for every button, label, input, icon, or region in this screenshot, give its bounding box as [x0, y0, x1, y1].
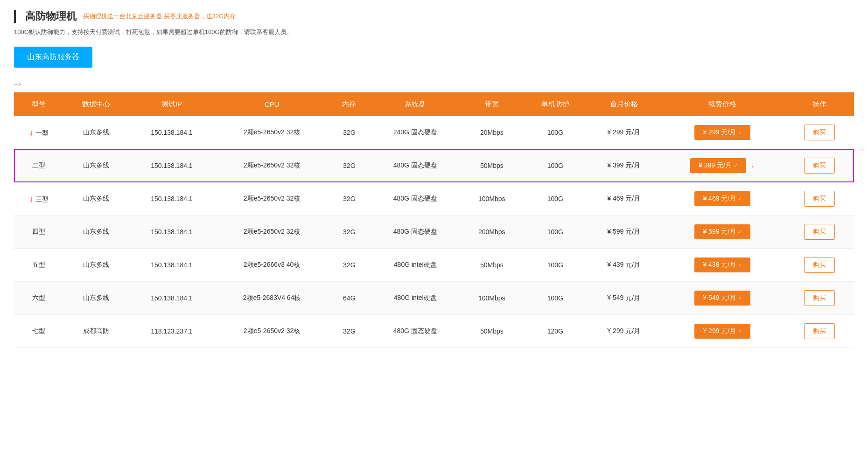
model-label: 五型 — [32, 261, 45, 268]
cell-datacenter: 山东多线 — [64, 249, 128, 282]
cell-testip: 150.138.184.1 — [128, 216, 216, 249]
cell-protection: 100G — [523, 249, 588, 282]
cell-action: 购买 — [785, 216, 854, 249]
arrow-right-icon: ↓ — [751, 160, 755, 169]
cell-protection: 100G — [523, 116, 588, 149]
cell-testip: 150.138.184.1 — [128, 182, 216, 216]
cell-first-price: ¥ 399 元/月 — [588, 149, 660, 182]
cell-action: 购买 — [785, 149, 854, 182]
col-header-action: 操作 — [785, 92, 854, 116]
cell-renew-price: ¥ 299 元/月 ✓ — [660, 315, 785, 348]
buy-button[interactable]: 购买 — [804, 257, 835, 273]
cell-disk: 480G 固态硬盘 — [370, 216, 461, 249]
cell-first-price: ¥ 299 元/月 — [588, 315, 660, 348]
col-header-cpu: CPU — [215, 92, 329, 116]
buy-button[interactable]: 购买 — [804, 125, 835, 140]
renew-price-button[interactable]: ¥ 439 元/月 ✓ — [694, 257, 750, 272]
buy-button[interactable]: 购买 — [804, 191, 835, 207]
cell-memory: 32G — [329, 216, 370, 249]
cell-action: 购买 — [785, 249, 854, 282]
cell-model: 四型 — [14, 216, 64, 249]
renew-price-button[interactable]: ¥ 399 元/月 ✓ — [690, 158, 746, 173]
cell-bandwidth: 50Mbps — [461, 149, 523, 182]
comment-line: --> — [14, 81, 854, 88]
model-label: 四型 — [32, 228, 45, 235]
cell-testip: 150.138.184.1 — [128, 249, 216, 282]
table-row: 七型 成都高防 118.123.237.1 2颗e5-2650v2 32核 32… — [14, 315, 854, 348]
cell-first-price: ¥ 469 元/月 — [588, 182, 660, 216]
buy-button[interactable]: 购买 — [804, 323, 835, 339]
cell-action: 购买 — [785, 282, 854, 315]
buy-button[interactable]: 购买 — [804, 224, 835, 240]
cell-renew-price: ¥ 469 元/月 ✓ — [660, 182, 785, 216]
col-header-model: 型号 — [14, 92, 64, 116]
cell-action: 购买 — [785, 182, 854, 216]
model-label: 七型 — [32, 327, 45, 334]
cell-model: 六型 — [14, 282, 64, 315]
cell-datacenter: 山东多线 — [64, 282, 128, 315]
renew-price-button[interactable]: ¥ 599 元/月 ✓ — [694, 224, 750, 239]
cell-cpu: 2颗e5-2650v2 32核 — [215, 149, 329, 182]
renew-price-button[interactable]: ¥ 469 元/月 ✓ — [694, 191, 750, 206]
model-label: 六型 — [32, 294, 45, 301]
cell-renew-price: ¥ 399 元/月 ✓ ↓ — [660, 149, 785, 182]
cell-protection: 100G — [523, 149, 588, 182]
cell-action: 购买 — [785, 116, 854, 149]
server-table: 型号 数据中心 测试IP CPU 内存 系统盘 带宽 单机防护 首月价格 续费价… — [14, 92, 854, 348]
cell-cpu: 2颗e5-2666v3 40核 — [215, 249, 329, 282]
cell-bandwidth: 20Mbps — [461, 116, 523, 149]
cell-datacenter: 山东多线 — [64, 116, 128, 149]
checkmark-icon: ✓ — [738, 295, 742, 301]
cell-renew-price: ¥ 439 元/月 ✓ — [660, 249, 785, 282]
cell-testip: 118.123.237.1 — [128, 315, 216, 348]
cell-testip: 150.138.184.1 — [128, 149, 216, 182]
table-row: 二型 山东多线 150.138.184.1 2颗e5-2650v2 32核 32… — [14, 149, 854, 182]
table-body: ↓ 一型 山东多线 150.138.184.1 2颗e5-2650v2 32核 … — [14, 116, 854, 348]
cell-memory: 32G — [329, 116, 370, 149]
col-header-memory: 内存 — [329, 92, 370, 116]
cell-protection: 100G — [523, 182, 588, 216]
checkmark-icon: ✓ — [734, 163, 738, 169]
buy-button[interactable]: 购买 — [804, 290, 835, 306]
buy-button[interactable]: 购买 — [804, 158, 835, 174]
renew-price-button[interactable]: ¥ 299 元/月 ✓ — [694, 125, 750, 140]
page-subtitle: 100G默认防御能力，支持按天付费测试，打死包退，如果需要超过单机100G的防御… — [14, 28, 854, 36]
cell-memory: 32G — [329, 182, 370, 216]
cell-datacenter: 成都高防 — [64, 315, 128, 348]
cell-datacenter: 山东多线 — [64, 216, 128, 249]
title-row: 高防物理机 买物理机送一台北京云服务器,买枣庄服务器，送32G内存 — [14, 9, 854, 23]
table-row: 五型 山东多线 150.138.184.1 2颗e5-2666v3 40核 32… — [14, 249, 854, 282]
cell-disk: 480G 固态硬盘 — [370, 149, 461, 182]
table-row: 六型 山东多线 150.138.184.1 2颗e5-2683V4 64核 64… — [14, 282, 854, 315]
cell-cpu: 2颗e5-2683V4 64核 — [215, 282, 329, 315]
cell-disk: 480G 固态硬盘 — [370, 182, 461, 216]
cell-first-price: ¥ 299 元/月 — [588, 116, 660, 149]
cell-renew-price: ¥ 549 元/月 ✓ — [660, 282, 785, 315]
cell-renew-price: ¥ 599 元/月 ✓ — [660, 216, 785, 249]
cell-disk: 480G intel硬盘 — [370, 282, 461, 315]
col-header-bandwidth: 带宽 — [461, 92, 523, 116]
promo-link[interactable]: 买物理机送一台北京云服务器,买枣庄服务器，送32G内存 — [83, 12, 236, 21]
model-label: 三型 — [35, 195, 49, 203]
cell-model: 七型 — [14, 315, 64, 348]
table-row: ↓ 一型 山东多线 150.138.184.1 2颗e5-2650v2 32核 … — [14, 116, 854, 149]
shandong-server-button[interactable]: 山东高防服务器 — [14, 47, 92, 68]
checkmark-icon: ✓ — [738, 196, 742, 202]
col-header-first-price: 首月价格 — [588, 92, 660, 116]
cell-first-price: ¥ 439 元/月 — [588, 249, 660, 282]
table-row: 四型 山东多线 150.138.184.1 2颗e5-2650v2 32核 32… — [14, 216, 854, 249]
checkmark-icon: ✓ — [738, 262, 742, 268]
cell-protection: 100G — [523, 216, 588, 249]
renew-price-button[interactable]: ¥ 299 元/月 ✓ — [694, 324, 750, 339]
page-title: 高防物理机 — [25, 9, 77, 23]
cell-testip: 150.138.184.1 — [128, 116, 216, 149]
cell-bandwidth: 200Mbps — [461, 216, 523, 249]
cell-memory: 64G — [329, 282, 370, 315]
cell-cpu: 2颗e5-2650v2 32核 — [215, 182, 329, 216]
col-header-disk: 系统盘 — [370, 92, 461, 116]
cell-action: 购买 — [785, 315, 854, 348]
renew-price-button[interactable]: ¥ 549 元/月 ✓ — [694, 291, 750, 306]
cell-bandwidth: 50Mbps — [461, 249, 523, 282]
cell-cpu: 2颗e5-2650v2 32核 — [215, 116, 329, 149]
cell-model: ↓ 一型 — [14, 116, 64, 149]
